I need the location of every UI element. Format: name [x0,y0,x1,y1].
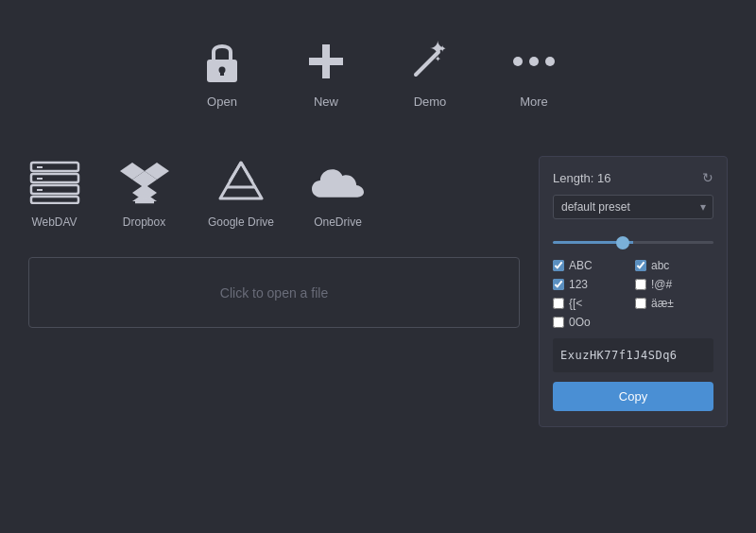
checkbox-abc-lower-label: abc [651,259,669,272]
checkbox-abc-upper-label: ABC [569,259,593,272]
new-label: New [314,95,338,109]
checkbox-brackets-label: {[< [569,297,582,310]
preset-select-wrapper: default preset memorable pin custom [553,195,713,219]
svg-marker-26 [220,163,262,198]
google-drive-label: Google Drive [208,215,274,229]
refresh-icon[interactable]: ↻ [702,170,713,185]
more-icon [510,38,558,85]
checkbox-numbers-input[interactable] [553,279,564,290]
more-button[interactable]: More [510,38,558,109]
svg-line-28 [241,163,252,181]
checkbox-special[interactable]: !@# [635,278,713,291]
webdav-icon [28,156,80,208]
onedrive-icon [312,156,364,208]
dropbox-label: Dropbox [123,215,165,229]
length-label: Length: 16 [553,171,610,185]
svg-rect-4 [309,58,343,65]
file-input-box[interactable]: Click to open a file [28,257,520,328]
checkbox-brackets-input[interactable] [553,298,564,309]
demo-icon: ✦ ✦ ✦ [406,38,454,85]
checkbox-ambiguous-input[interactable] [553,317,564,328]
svg-point-10 [529,57,539,66]
dropbox-button[interactable]: Dropbox [118,156,170,229]
checkbox-accented-label: äæ± [651,297,674,310]
svg-point-9 [513,57,523,66]
length-row: Length: 16 ↻ [553,170,713,185]
checkbox-abc-lower[interactable]: abc [635,259,713,272]
open-label: Open [207,95,237,109]
password-generator-panel: Length: 16 ↻ default preset memorable pi… [539,156,728,427]
open-icon [198,38,246,85]
checkbox-ambiguous-label: 0Oo [569,316,591,329]
checkbox-accented[interactable]: äæ± [635,297,713,310]
checkbox-ambiguous[interactable]: 0Oo [553,316,631,329]
checkbox-numbers-label: 123 [569,278,588,291]
checkbox-numbers[interactable]: 123 [553,278,631,291]
main-container: Open New ✦ ✦ ✦ [0,0,756,533]
length-slider[interactable] [553,241,713,244]
checkbox-abc-upper-input[interactable] [553,260,564,271]
checkboxes-grid: ABC abc 123 !@# {[< [553,259,713,329]
webdav-label: WebDAV [31,215,77,229]
webdav-button[interactable]: WebDAV [28,156,80,229]
svg-text:✦: ✦ [438,43,446,54]
toolbar: Open New ✦ ✦ ✦ [198,38,558,109]
new-button[interactable]: New [302,38,350,109]
storage-icons: WebDAV Dr [28,156,520,229]
more-label: More [520,95,548,109]
onedrive-label: OneDrive [314,215,362,229]
svg-point-11 [545,57,555,66]
onedrive-button[interactable]: OneDrive [312,156,364,229]
svg-text:✦: ✦ [435,55,441,63]
demo-label: Demo [414,95,447,109]
checkbox-abc-lower-input[interactable] [635,260,646,271]
preset-select[interactable]: default preset memorable pin custom [553,195,713,219]
checkbox-special-input[interactable] [635,279,646,290]
generated-password-text: ExuzHK77f1J4SDq6 [560,349,678,362]
open-button[interactable]: Open [198,38,246,109]
length-slider-container [553,229,713,249]
checkbox-abc-upper[interactable]: ABC [553,259,631,272]
checkbox-special-label: !@# [651,278,672,291]
file-input-placeholder: Click to open a file [220,285,328,301]
google-drive-button[interactable]: Google Drive [208,156,274,229]
generated-password: ExuzHK77f1J4SDq6 [553,338,713,372]
bottom-section: WebDAV Dr [28,156,728,427]
svg-rect-2 [220,70,224,76]
checkbox-accented-input[interactable] [635,298,646,309]
svg-line-27 [230,163,241,181]
svg-rect-18 [31,197,78,203]
left-panel: WebDAV Dr [28,156,520,427]
demo-button[interactable]: ✦ ✦ ✦ Demo [406,38,454,109]
copy-button[interactable]: Copy [553,382,713,411]
google-drive-icon [215,156,267,208]
dropbox-icon [118,156,170,208]
new-icon [302,38,350,85]
checkbox-brackets[interactable]: {[< [553,297,631,310]
